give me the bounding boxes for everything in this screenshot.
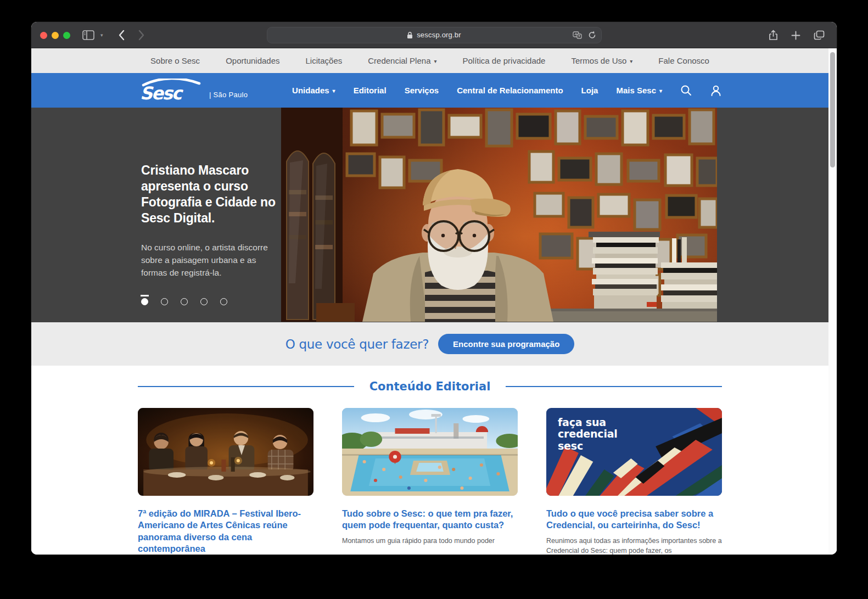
editorial-section: Conteúdo Editorial — [31, 366, 828, 555]
search-button[interactable] — [680, 85, 692, 96]
browser-toolbar: ▾ sescsp.org.br — [31, 22, 837, 48]
nav-unidades[interactable]: Unidades▾ — [292, 86, 335, 95]
sesc-logo-mark: Sesc — [138, 79, 204, 103]
utilnav-fale-conosco[interactable]: Fale Conosco — [658, 56, 709, 65]
heading-divider-left — [138, 386, 354, 387]
nav-label: Serviços — [405, 86, 439, 95]
nav-loja[interactable]: Loja — [581, 86, 598, 95]
minimize-window-button[interactable] — [52, 32, 59, 39]
utilnav-credencial-plena[interactable]: Credencial Plena▾ — [368, 56, 436, 65]
pool-photo-illustration — [342, 408, 518, 496]
carousel-dot-5[interactable] — [220, 298, 227, 305]
search-icon — [680, 85, 692, 96]
utilnav-label: Oportunidades — [226, 56, 279, 65]
utilnav-label: Política de privacidade — [463, 56, 546, 65]
web-page: Sobre o Sesc Oportunidades Licitações Cr… — [31, 48, 837, 555]
card-description: Montamos um guia rápido para todo mundo … — [342, 536, 518, 546]
card-mirada-image[interactable] — [138, 408, 313, 496]
cta-band: O que você quer fazer? Encontre sua prog… — [31, 322, 828, 366]
utilnav-label: Termos de Uso — [571, 56, 626, 65]
card-description: Reunimos aqui todas as informações impor… — [546, 536, 722, 555]
sidebar-toggle-button[interactable] — [82, 22, 94, 48]
logo-tagline: | São Paulo — [209, 91, 248, 103]
account-button[interactable] — [710, 85, 722, 97]
tab-overview-icon[interactable] — [814, 30, 825, 40]
editorial-cards: 7ª edição do MIRADA – Festival Ibero-Ame… — [138, 408, 722, 555]
user-icon — [710, 85, 722, 97]
hero-description: No curso online, o artista discorre sobr… — [141, 241, 284, 279]
toolbar-right-cluster — [769, 22, 825, 48]
sesc-logo-text: Sesc — [140, 83, 184, 103]
mirada-photo-illustration — [138, 408, 313, 496]
cta-question: O que você quer fazer? — [285, 337, 429, 351]
sidebar-icon — [82, 30, 94, 40]
safari-window: ▾ sescsp.org.br — [31, 22, 837, 555]
carousel-dot-2[interactable] — [161, 298, 168, 305]
utilnav-licitacoes[interactable]: Licitações — [306, 56, 343, 65]
sesc-logo[interactable]: Sesc | São Paulo — [138, 79, 248, 103]
card-pool-image[interactable] — [342, 408, 518, 496]
chevron-down-icon: ▾ — [630, 59, 632, 64]
main-nav: Sesc | São Paulo Unidades▾ Editorial Ser… — [31, 73, 828, 108]
card-title[interactable]: Tudo sobre o Sesc: o que tem pra fazer, … — [342, 508, 518, 531]
utilnav-label: Sobre o Sesc — [150, 56, 200, 65]
card-title[interactable]: Tudo o que você precisa saber sobre a Cr… — [546, 508, 722, 531]
scrollbar-track[interactable] — [828, 48, 837, 555]
nav-mais-sesc[interactable]: Mais Sesc▾ — [616, 86, 662, 95]
hero-photo-illustration — [281, 108, 717, 322]
zoom-window-button[interactable] — [63, 32, 70, 39]
utilnav-politica-de-privacidade[interactable]: Política de privacidade — [463, 56, 546, 65]
main-menu: Unidades▾ Editorial Serviços Central de … — [292, 85, 722, 97]
window-controls — [40, 32, 70, 39]
back-button[interactable] — [118, 22, 125, 48]
chevron-down-icon: ▾ — [100, 32, 103, 38]
chevron-down-icon: ▾ — [333, 88, 335, 94]
section-heading-row: Conteúdo Editorial — [138, 380, 722, 393]
credencial-card-text: faça sua credencial sesc — [558, 417, 632, 452]
lock-icon — [407, 31, 413, 39]
reload-icon[interactable] — [588, 31, 596, 40]
utilnav-termos-de-uso[interactable]: Termos de Uso▾ — [571, 56, 632, 65]
chevron-down-icon: ▾ — [434, 59, 436, 64]
card-mirada[interactable]: 7ª edição do MIRADA – Festival Ibero-Ame… — [138, 408, 313, 555]
card-tudo-sobre-o-sesc[interactable]: Tudo sobre o Sesc: o que tem pra fazer, … — [342, 408, 518, 555]
utility-nav: Sobre o Sesc Oportunidades Licitações Cr… — [31, 48, 828, 73]
carousel-dots — [141, 298, 227, 305]
translate-icon[interactable] — [573, 31, 582, 39]
carousel-dot-3[interactable] — [181, 298, 188, 305]
url-text: sescsp.org.br — [417, 31, 461, 39]
section-heading: Conteúdo Editorial — [369, 380, 491, 393]
hero-image[interactable] — [281, 108, 717, 322]
card-credencial[interactable]: faça sua credencial sesc Tudo o que você… — [546, 408, 722, 555]
close-window-button[interactable] — [40, 32, 47, 39]
hero-text-block: Cristiano Mascaro apresenta o curso Foto… — [141, 163, 284, 279]
nav-servicos[interactable]: Serviços — [405, 86, 439, 95]
nav-label: Mais Sesc — [616, 86, 656, 95]
new-tab-icon[interactable] — [791, 31, 800, 40]
carousel-dot-1[interactable] — [141, 298, 148, 305]
nav-editorial[interactable]: Editorial — [354, 86, 387, 95]
hero-title: Cristiano Mascaro apresenta o curso Foto… — [141, 163, 284, 226]
find-schedule-button[interactable]: Encontre sua programação — [438, 334, 574, 354]
card-title[interactable]: 7ª edição do MIRADA – Festival Ibero-Ame… — [138, 508, 313, 555]
hero-carousel: Cristiano Mascaro apresenta o curso Foto… — [31, 108, 828, 322]
nav-central-de-relacionamento[interactable]: Central de Relacionamento — [457, 86, 563, 95]
utilnav-label: Credencial Plena — [368, 56, 430, 65]
nav-label: Editorial — [354, 86, 387, 95]
scrollbar-thumb[interactable] — [830, 52, 835, 167]
utilnav-sobre-o-sesc[interactable]: Sobre o Sesc — [150, 56, 200, 65]
chevron-down-icon: ▾ — [659, 88, 662, 94]
nav-label: Central de Relacionamento — [457, 86, 563, 95]
utilnav-label: Fale Conosco — [658, 56, 709, 65]
nav-label: Loja — [581, 86, 598, 95]
chevron-left-icon — [118, 30, 125, 41]
sidebar-menu-caret[interactable]: ▾ — [100, 22, 103, 48]
utilnav-oportunidades[interactable]: Oportunidades — [226, 56, 279, 65]
forward-button[interactable] — [138, 22, 145, 48]
card-credencial-image[interactable]: faça sua credencial sesc — [546, 408, 722, 496]
nav-label: Unidades — [292, 86, 329, 95]
carousel-dot-4[interactable] — [200, 298, 208, 305]
address-bar[interactable]: sescsp.org.br — [267, 27, 602, 43]
share-icon[interactable] — [769, 30, 778, 41]
heading-divider-right — [506, 386, 722, 387]
